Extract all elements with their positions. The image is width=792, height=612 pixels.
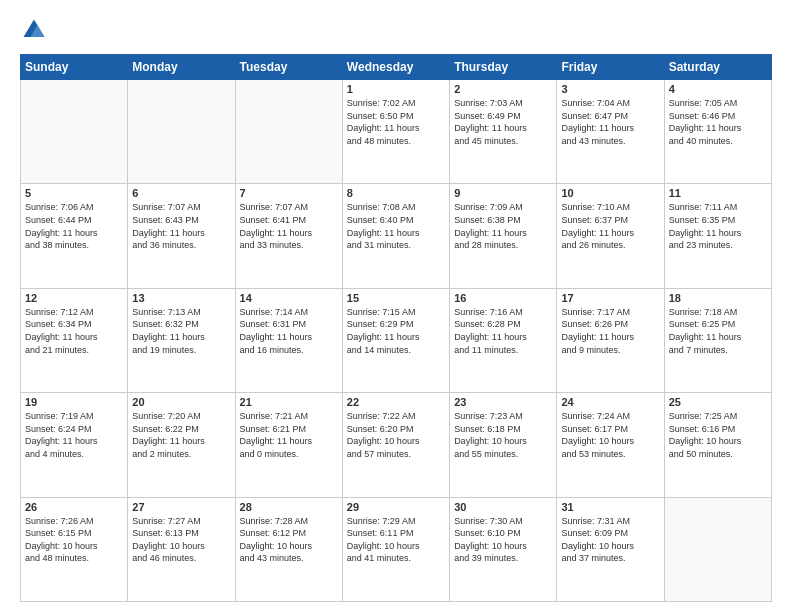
header xyxy=(20,16,772,44)
day-number: 21 xyxy=(240,396,338,408)
day-info: Sunrise: 7:04 AM Sunset: 6:47 PM Dayligh… xyxy=(561,97,659,147)
calendar-cell-1-5: 10Sunrise: 7:10 AM Sunset: 6:37 PM Dayli… xyxy=(557,184,664,288)
day-info: Sunrise: 7:25 AM Sunset: 6:16 PM Dayligh… xyxy=(669,410,767,460)
day-info: Sunrise: 7:15 AM Sunset: 6:29 PM Dayligh… xyxy=(347,306,445,356)
day-number: 11 xyxy=(669,187,767,199)
day-info: Sunrise: 7:17 AM Sunset: 6:26 PM Dayligh… xyxy=(561,306,659,356)
day-number: 5 xyxy=(25,187,123,199)
day-number: 8 xyxy=(347,187,445,199)
calendar-week-1: 5Sunrise: 7:06 AM Sunset: 6:44 PM Daylig… xyxy=(21,184,772,288)
day-number: 18 xyxy=(669,292,767,304)
day-info: Sunrise: 7:22 AM Sunset: 6:20 PM Dayligh… xyxy=(347,410,445,460)
day-number: 1 xyxy=(347,83,445,95)
day-number: 6 xyxy=(132,187,230,199)
calendar-cell-2-0: 12Sunrise: 7:12 AM Sunset: 6:34 PM Dayli… xyxy=(21,288,128,392)
day-number: 2 xyxy=(454,83,552,95)
logo xyxy=(20,16,52,44)
calendar-header-wednesday: Wednesday xyxy=(342,55,449,80)
day-number: 26 xyxy=(25,501,123,513)
day-info: Sunrise: 7:27 AM Sunset: 6:13 PM Dayligh… xyxy=(132,515,230,565)
day-number: 12 xyxy=(25,292,123,304)
day-info: Sunrise: 7:05 AM Sunset: 6:46 PM Dayligh… xyxy=(669,97,767,147)
day-info: Sunrise: 7:12 AM Sunset: 6:34 PM Dayligh… xyxy=(25,306,123,356)
day-number: 7 xyxy=(240,187,338,199)
day-info: Sunrise: 7:29 AM Sunset: 6:11 PM Dayligh… xyxy=(347,515,445,565)
calendar-cell-1-6: 11Sunrise: 7:11 AM Sunset: 6:35 PM Dayli… xyxy=(664,184,771,288)
calendar-cell-4-6 xyxy=(664,497,771,601)
calendar-cell-2-6: 18Sunrise: 7:18 AM Sunset: 6:25 PM Dayli… xyxy=(664,288,771,392)
calendar-cell-2-3: 15Sunrise: 7:15 AM Sunset: 6:29 PM Dayli… xyxy=(342,288,449,392)
day-info: Sunrise: 7:20 AM Sunset: 6:22 PM Dayligh… xyxy=(132,410,230,460)
page: SundayMondayTuesdayWednesdayThursdayFrid… xyxy=(0,0,792,612)
day-info: Sunrise: 7:14 AM Sunset: 6:31 PM Dayligh… xyxy=(240,306,338,356)
calendar-cell-4-4: 30Sunrise: 7:30 AM Sunset: 6:10 PM Dayli… xyxy=(450,497,557,601)
day-info: Sunrise: 7:06 AM Sunset: 6:44 PM Dayligh… xyxy=(25,201,123,251)
day-info: Sunrise: 7:18 AM Sunset: 6:25 PM Dayligh… xyxy=(669,306,767,356)
day-info: Sunrise: 7:24 AM Sunset: 6:17 PM Dayligh… xyxy=(561,410,659,460)
day-info: Sunrise: 7:19 AM Sunset: 6:24 PM Dayligh… xyxy=(25,410,123,460)
calendar-cell-1-1: 6Sunrise: 7:07 AM Sunset: 6:43 PM Daylig… xyxy=(128,184,235,288)
calendar-cell-0-2 xyxy=(235,80,342,184)
day-info: Sunrise: 7:23 AM Sunset: 6:18 PM Dayligh… xyxy=(454,410,552,460)
day-number: 30 xyxy=(454,501,552,513)
day-info: Sunrise: 7:11 AM Sunset: 6:35 PM Dayligh… xyxy=(669,201,767,251)
day-info: Sunrise: 7:03 AM Sunset: 6:49 PM Dayligh… xyxy=(454,97,552,147)
calendar-cell-1-4: 9Sunrise: 7:09 AM Sunset: 6:38 PM Daylig… xyxy=(450,184,557,288)
calendar-cell-4-5: 31Sunrise: 7:31 AM Sunset: 6:09 PM Dayli… xyxy=(557,497,664,601)
day-number: 31 xyxy=(561,501,659,513)
calendar-cell-2-4: 16Sunrise: 7:16 AM Sunset: 6:28 PM Dayli… xyxy=(450,288,557,392)
calendar-cell-0-4: 2Sunrise: 7:03 AM Sunset: 6:49 PM Daylig… xyxy=(450,80,557,184)
day-number: 14 xyxy=(240,292,338,304)
calendar-header-thursday: Thursday xyxy=(450,55,557,80)
day-number: 15 xyxy=(347,292,445,304)
calendar-week-4: 26Sunrise: 7:26 AM Sunset: 6:15 PM Dayli… xyxy=(21,497,772,601)
day-number: 9 xyxy=(454,187,552,199)
day-number: 24 xyxy=(561,396,659,408)
day-info: Sunrise: 7:30 AM Sunset: 6:10 PM Dayligh… xyxy=(454,515,552,565)
day-info: Sunrise: 7:16 AM Sunset: 6:28 PM Dayligh… xyxy=(454,306,552,356)
calendar-cell-1-0: 5Sunrise: 7:06 AM Sunset: 6:44 PM Daylig… xyxy=(21,184,128,288)
day-number: 25 xyxy=(669,396,767,408)
day-number: 22 xyxy=(347,396,445,408)
day-info: Sunrise: 7:21 AM Sunset: 6:21 PM Dayligh… xyxy=(240,410,338,460)
day-number: 23 xyxy=(454,396,552,408)
day-number: 27 xyxy=(132,501,230,513)
day-number: 19 xyxy=(25,396,123,408)
calendar-cell-0-3: 1Sunrise: 7:02 AM Sunset: 6:50 PM Daylig… xyxy=(342,80,449,184)
day-number: 20 xyxy=(132,396,230,408)
day-info: Sunrise: 7:02 AM Sunset: 6:50 PM Dayligh… xyxy=(347,97,445,147)
calendar-cell-4-0: 26Sunrise: 7:26 AM Sunset: 6:15 PM Dayli… xyxy=(21,497,128,601)
calendar-cell-4-2: 28Sunrise: 7:28 AM Sunset: 6:12 PM Dayli… xyxy=(235,497,342,601)
calendar-cell-3-4: 23Sunrise: 7:23 AM Sunset: 6:18 PM Dayli… xyxy=(450,393,557,497)
calendar-cell-3-6: 25Sunrise: 7:25 AM Sunset: 6:16 PM Dayli… xyxy=(664,393,771,497)
calendar-header-tuesday: Tuesday xyxy=(235,55,342,80)
day-number: 3 xyxy=(561,83,659,95)
day-number: 29 xyxy=(347,501,445,513)
day-info: Sunrise: 7:28 AM Sunset: 6:12 PM Dayligh… xyxy=(240,515,338,565)
calendar-cell-4-3: 29Sunrise: 7:29 AM Sunset: 6:11 PM Dayli… xyxy=(342,497,449,601)
calendar-cell-2-5: 17Sunrise: 7:17 AM Sunset: 6:26 PM Dayli… xyxy=(557,288,664,392)
calendar-week-0: 1Sunrise: 7:02 AM Sunset: 6:50 PM Daylig… xyxy=(21,80,772,184)
day-number: 17 xyxy=(561,292,659,304)
day-number: 16 xyxy=(454,292,552,304)
logo-icon xyxy=(20,16,48,44)
day-info: Sunrise: 7:13 AM Sunset: 6:32 PM Dayligh… xyxy=(132,306,230,356)
calendar-cell-4-1: 27Sunrise: 7:27 AM Sunset: 6:13 PM Dayli… xyxy=(128,497,235,601)
calendar-table: SundayMondayTuesdayWednesdayThursdayFrid… xyxy=(20,54,772,602)
calendar-cell-1-2: 7Sunrise: 7:07 AM Sunset: 6:41 PM Daylig… xyxy=(235,184,342,288)
day-info: Sunrise: 7:09 AM Sunset: 6:38 PM Dayligh… xyxy=(454,201,552,251)
day-info: Sunrise: 7:07 AM Sunset: 6:41 PM Dayligh… xyxy=(240,201,338,251)
day-info: Sunrise: 7:31 AM Sunset: 6:09 PM Dayligh… xyxy=(561,515,659,565)
day-info: Sunrise: 7:08 AM Sunset: 6:40 PM Dayligh… xyxy=(347,201,445,251)
day-number: 4 xyxy=(669,83,767,95)
calendar-cell-1-3: 8Sunrise: 7:08 AM Sunset: 6:40 PM Daylig… xyxy=(342,184,449,288)
calendar-header-friday: Friday xyxy=(557,55,664,80)
calendar-header-row: SundayMondayTuesdayWednesdayThursdayFrid… xyxy=(21,55,772,80)
day-number: 10 xyxy=(561,187,659,199)
calendar-cell-2-2: 14Sunrise: 7:14 AM Sunset: 6:31 PM Dayli… xyxy=(235,288,342,392)
calendar-cell-0-5: 3Sunrise: 7:04 AM Sunset: 6:47 PM Daylig… xyxy=(557,80,664,184)
calendar-cell-0-0 xyxy=(21,80,128,184)
calendar-cell-3-1: 20Sunrise: 7:20 AM Sunset: 6:22 PM Dayli… xyxy=(128,393,235,497)
day-number: 28 xyxy=(240,501,338,513)
day-number: 13 xyxy=(132,292,230,304)
